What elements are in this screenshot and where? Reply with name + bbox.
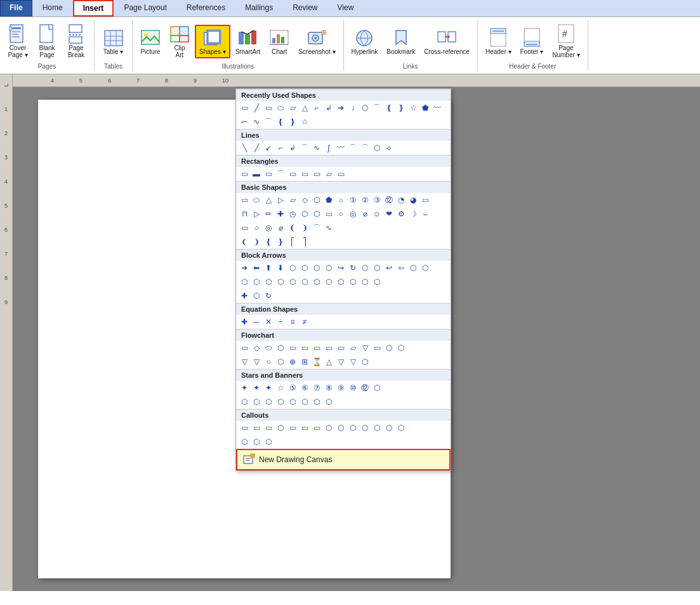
shape-item[interactable]: ⌒ bbox=[275, 168, 286, 180]
shape-item[interactable]: ▭ bbox=[239, 194, 250, 206]
shape-item[interactable]: ⬡ bbox=[251, 396, 262, 408]
shape-item[interactable]: ⑨ bbox=[335, 382, 347, 394]
shape-item[interactable]: ▭ bbox=[335, 168, 347, 180]
shape-item[interactable]: ⬡ bbox=[311, 194, 322, 206]
shape-item[interactable]: ▭ bbox=[311, 342, 322, 354]
shape-item[interactable]: ⬡ bbox=[275, 396, 286, 408]
shape-item[interactable]: ⬡ bbox=[263, 276, 274, 288]
shape-item[interactable]: ⑥ bbox=[299, 382, 310, 394]
tab-home[interactable]: Home bbox=[33, 0, 72, 17]
header-button[interactable]: Header ▾ bbox=[482, 25, 515, 58]
shape-item[interactable]: ⬡ bbox=[263, 436, 274, 448]
shape-item[interactable]: ⬡ bbox=[323, 422, 334, 434]
shape-item[interactable]: ✚ bbox=[239, 316, 250, 328]
shape-item[interactable]: ≠ bbox=[299, 316, 310, 328]
shape-item[interactable]: ↪ bbox=[335, 262, 347, 274]
shape-item[interactable]: ✦ bbox=[251, 382, 262, 394]
shape-item[interactable]: ▭ bbox=[299, 422, 310, 434]
shape-item[interactable]: ❤ bbox=[383, 208, 395, 220]
shape-item[interactable]: ▱ bbox=[347, 342, 359, 354]
shape-item[interactable]: ⬭ bbox=[275, 102, 286, 114]
cross-reference-button[interactable]: Cross-reference bbox=[420, 25, 473, 58]
shape-item[interactable]: ⬡ bbox=[371, 142, 383, 154]
shape-item[interactable]: ⬡ bbox=[383, 342, 395, 354]
shape-item[interactable]: ▷ bbox=[275, 194, 286, 206]
shape-item[interactable]: ❩ bbox=[251, 236, 262, 248]
tab-mailings[interactable]: Mailings bbox=[235, 0, 282, 17]
shape-item[interactable]: ✚ bbox=[239, 290, 250, 302]
shape-item[interactable]: ⬡ bbox=[299, 262, 310, 274]
shape-item[interactable]: ▽ bbox=[335, 356, 347, 368]
shape-item[interactable]: ▽ bbox=[347, 356, 359, 368]
shape-item[interactable]: ⬟ bbox=[419, 102, 431, 114]
shape-item[interactable]: ⌒ bbox=[263, 116, 274, 128]
shape-item[interactable]: ▭ bbox=[335, 342, 347, 354]
shape-item[interactable]: ❩ bbox=[299, 222, 310, 234]
shape-item[interactable]: ╱ bbox=[251, 102, 262, 114]
page-number-button[interactable]: # PageNumber ▾ bbox=[548, 22, 583, 61]
shape-item[interactable]: ⬡ bbox=[323, 396, 334, 408]
tab-pagelayout[interactable]: Page Layout bbox=[114, 0, 176, 17]
shape-item[interactable]: ⬡ bbox=[371, 422, 383, 434]
shape-item[interactable]: ▭ bbox=[287, 342, 298, 354]
shape-item[interactable]: ○ bbox=[335, 208, 347, 220]
shape-item[interactable]: ⬡ bbox=[419, 262, 431, 274]
shape-item[interactable]: ❵ bbox=[287, 116, 298, 128]
shape-item[interactable]: ⬡ bbox=[335, 422, 347, 434]
shape-item[interactable]: ▭ bbox=[287, 422, 298, 434]
shape-item[interactable]: ☆ bbox=[407, 102, 419, 114]
shape-item[interactable]: ⬡ bbox=[359, 102, 371, 114]
shape-item[interactable]: ⬡ bbox=[287, 262, 298, 274]
shape-item[interactable]: ✦ bbox=[263, 382, 274, 394]
shape-item[interactable]: ⌒ bbox=[299, 142, 310, 154]
shape-item[interactable]: ⎤ bbox=[299, 236, 310, 248]
shape-item[interactable]: ⌒ bbox=[359, 142, 371, 154]
shape-item[interactable]: ▱ bbox=[323, 168, 334, 180]
shape-item[interactable]: ⑫ bbox=[383, 194, 395, 206]
shape-item[interactable]: ❴ bbox=[383, 102, 395, 114]
screenshot-button[interactable]: Screenshot ▾ bbox=[294, 25, 339, 58]
shape-item[interactable]: ▷ bbox=[251, 208, 262, 220]
shape-item[interactable]: ⬡ bbox=[335, 276, 347, 288]
shape-item[interactable]: ⤺ bbox=[239, 116, 250, 128]
shape-item[interactable]: ▭ bbox=[239, 342, 250, 354]
shape-item[interactable]: ⬇ bbox=[275, 262, 286, 274]
shape-item[interactable]: ▭ bbox=[263, 168, 274, 180]
shape-item[interactable]: ⑧ bbox=[323, 382, 334, 394]
shape-item[interactable]: ↻ bbox=[263, 290, 274, 302]
shape-item[interactable]: ✕ bbox=[263, 316, 274, 328]
shape-item[interactable]: ⬭ bbox=[251, 194, 262, 206]
shape-item[interactable]: ⌒ bbox=[347, 142, 359, 154]
tab-file[interactable]: File bbox=[0, 0, 32, 17]
shape-item[interactable]: ○ bbox=[335, 194, 347, 206]
shape-item[interactable]: ⬡ bbox=[311, 262, 322, 274]
shape-item[interactable]: ⌛ bbox=[311, 356, 322, 368]
shape-item[interactable]: ⬡ bbox=[299, 208, 310, 220]
shape-item[interactable]: ▱ bbox=[287, 102, 298, 114]
shape-item[interactable]: ☺ bbox=[371, 208, 383, 220]
shape-item[interactable]: ↲ bbox=[323, 102, 334, 114]
hyperlink-button[interactable]: Hyperlink bbox=[348, 25, 382, 58]
shape-item[interactable]: ▭ bbox=[419, 194, 431, 206]
shape-item[interactable]: ╲ bbox=[239, 142, 250, 154]
shape-item[interactable]: ▭ bbox=[299, 342, 310, 354]
shape-item[interactable]: ⬡ bbox=[263, 396, 274, 408]
shape-item[interactable]: ⬡ bbox=[359, 262, 371, 274]
shape-item[interactable]: 〰 bbox=[335, 142, 347, 154]
shape-item[interactable]: ▭ bbox=[299, 168, 310, 180]
smartart-button[interactable]: SmartArt bbox=[232, 25, 264, 58]
tab-view[interactable]: View bbox=[328, 0, 364, 17]
shape-item[interactable]: ╱ bbox=[251, 142, 262, 154]
shape-item[interactable]: ⇦ bbox=[395, 262, 407, 274]
shape-item[interactable]: ⊕ bbox=[287, 356, 298, 368]
shape-item[interactable]: ⬡ bbox=[347, 276, 359, 288]
shape-item[interactable]: ❵ bbox=[275, 236, 286, 248]
shape-item[interactable]: ⬡ bbox=[371, 262, 383, 274]
shape-item[interactable]: ❨ bbox=[287, 222, 298, 234]
shape-item[interactable]: ③ bbox=[371, 194, 383, 206]
shape-item[interactable]: ⬡ bbox=[299, 396, 310, 408]
shape-item[interactable]: ∿ bbox=[311, 142, 322, 154]
shape-item[interactable]: ▭ bbox=[239, 222, 250, 234]
shape-item[interactable]: ⑩ bbox=[347, 382, 359, 394]
shape-item[interactable]: ⬅ bbox=[251, 262, 262, 274]
